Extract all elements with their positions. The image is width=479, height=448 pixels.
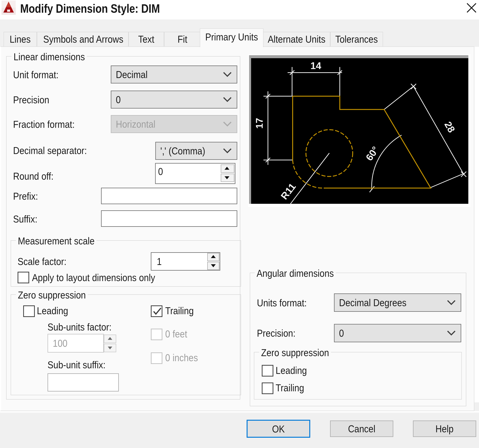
svg-text:28: 28 [442, 120, 457, 134]
svg-text:14: 14 [310, 60, 321, 71]
svg-text:17: 17 [254, 118, 265, 129]
